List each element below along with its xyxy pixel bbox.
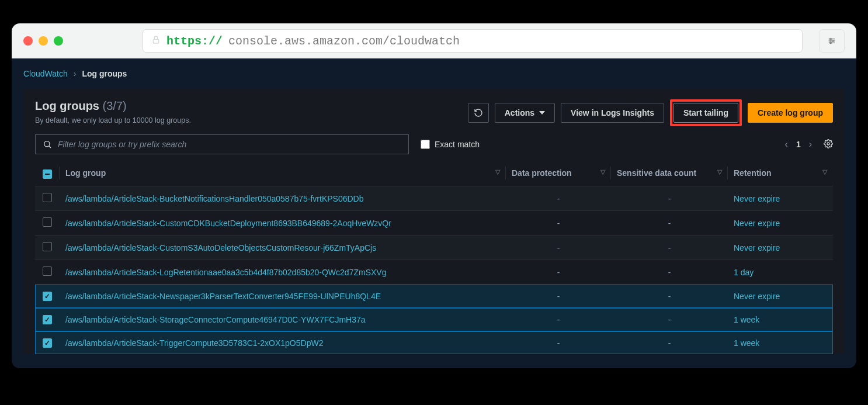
retention-link[interactable]: 1 week [734,338,759,348]
view-in-logs-insights-button[interactable]: View in Logs Insights [561,103,664,123]
retention-link[interactable]: 1 day [734,268,754,277]
row-checkbox[interactable]: ✓ [43,315,52,324]
data-protection-cell: - [506,236,611,260]
page-subtitle: By default, we only load up to 10000 log… [35,116,191,124]
log-groups-panel: Log groups (3/7) By default, we only loa… [23,89,845,354]
data-protection-cell: - [506,186,611,211]
lock-icon [151,35,161,47]
actions-label: Actions [505,108,534,117]
selection-count: (3/7) [103,99,127,112]
retention-link[interactable]: Never expire [734,292,780,301]
col-log-group[interactable]: Log group▽ [60,160,506,186]
sensitive-count-cell: - [611,285,728,308]
window-close-icon[interactable] [23,36,33,46]
exact-match-checkbox[interactable]: Exact match [421,140,480,149]
window-minimize-icon[interactable] [39,36,48,46]
svg-rect-0 [153,39,158,43]
data-protection-cell: - [506,260,611,285]
browser-settings-button[interactable] [819,29,845,53]
sensitive-count-cell: - [611,186,728,211]
page-number: 1 [796,140,801,149]
breadcrumb-root[interactable]: CloudWatch [23,69,68,78]
table-row[interactable]: ✓/aws/lambda/ArticleStack-Newspaper3kPar… [35,285,833,308]
url-host: console.aws.amazon.com/cloudwatch [228,34,460,48]
data-protection-cell: - [506,308,611,331]
svg-point-4 [830,38,832,40]
chevron-right-icon: › [74,69,77,78]
data-protection-cell: - [506,285,611,308]
address-bar[interactable]: https://console.aws.amazon.com/cloudwatc… [143,29,803,53]
log-group-link[interactable]: /aws/lambda/ArticleStack-CustomS3AutoDel… [65,243,376,252]
row-checkbox[interactable] [43,193,52,202]
sensitive-count-cell: - [611,331,728,355]
search-box[interactable] [35,134,409,154]
browser-chrome: https://console.aws.amazon.com/cloudwatc… [12,23,856,58]
row-checkbox[interactable]: ✓ [43,338,52,348]
exact-match-label: Exact match [435,140,480,149]
table-row[interactable]: /aws/lambda/ArticleStack-CustomCDKBucket… [35,211,833,236]
row-checkbox[interactable] [43,266,52,276]
retention-link[interactable]: Never expire [734,243,780,252]
svg-line-8 [49,146,51,148]
window-maximize-icon[interactable] [54,36,63,46]
col-data-protection[interactable]: Data protection▽ [506,160,611,186]
search-icon [43,140,52,149]
retention-link[interactable]: Never expire [734,219,780,228]
table-settings-button[interactable] [824,139,833,150]
data-protection-cell: - [506,211,611,236]
exact-match-input[interactable] [421,140,430,149]
log-group-link[interactable]: /aws/lambda/ArticleStack-CustomCDKBucket… [65,219,391,228]
chevron-down-icon [539,111,545,115]
table-row[interactable]: /aws/lambda/ArticleStack-LogRetentionaae… [35,260,833,285]
table-row[interactable]: ✓/aws/lambda/ArticleStack-StorageConnect… [35,308,833,331]
log-group-link[interactable]: /aws/lambda/ArticleStack-Newspaper3kPars… [65,292,381,301]
refresh-button[interactable] [468,103,489,123]
page-title-text: Log groups [35,99,99,112]
log-group-link[interactable]: /aws/lambda/ArticleStack-BucketNotificat… [65,194,363,203]
row-checkbox[interactable] [43,242,52,251]
col-retention[interactable]: Retention▽ [728,160,833,186]
sensitive-count-cell: - [611,260,728,285]
page-title: Log groups (3/7) [35,99,191,113]
breadcrumb: CloudWatch › Log groups [23,69,845,78]
url-scheme: https:// [166,34,223,48]
actions-dropdown[interactable]: Actions [495,103,555,123]
col-sensitive-data-count[interactable]: Sensitive data count▽ [611,160,728,186]
retention-link[interactable]: 1 week [734,315,759,324]
svg-point-9 [827,143,829,145]
breadcrumb-current: Log groups [82,69,127,78]
sensitive-count-cell: - [611,308,728,331]
log-group-link[interactable]: /aws/lambda/ArticleStack-TriggerCompute3… [65,338,323,348]
log-group-link[interactable]: /aws/lambda/ArticleStack-StorageConnecto… [65,315,366,324]
next-page-button[interactable]: › [809,139,812,150]
table-row[interactable]: ✓/aws/lambda/ArticleStack-TriggerCompute… [35,331,833,355]
start-tailing-button[interactable]: Start tailing [673,103,738,123]
traffic-lights [23,36,63,46]
highlight-annotation: Start tailing [670,99,742,126]
create-log-group-button[interactable]: Create log group [748,103,833,123]
table-row[interactable]: /aws/lambda/ArticleStack-CustomS3AutoDel… [35,236,833,260]
log-groups-table: Log group▽ Data protection▽ Sensitive da… [35,160,833,354]
data-protection-cell: - [506,331,611,355]
prev-page-button[interactable]: ‹ [785,139,788,150]
row-checkbox[interactable] [43,217,52,227]
log-group-link[interactable]: /aws/lambda/ArticleStack-LogRetentionaae… [65,268,386,277]
row-checkbox[interactable]: ✓ [43,292,52,301]
retention-link[interactable]: Never expire [734,194,780,203]
table-row[interactable]: /aws/lambda/ArticleStack-BucketNotificat… [35,186,833,211]
select-all-checkbox[interactable] [43,169,52,179]
sensitive-count-cell: - [611,236,728,260]
search-input[interactable] [58,140,401,149]
svg-point-5 [832,40,834,42]
svg-point-6 [830,42,832,44]
svg-point-7 [44,141,50,147]
sensitive-count-cell: - [611,211,728,236]
